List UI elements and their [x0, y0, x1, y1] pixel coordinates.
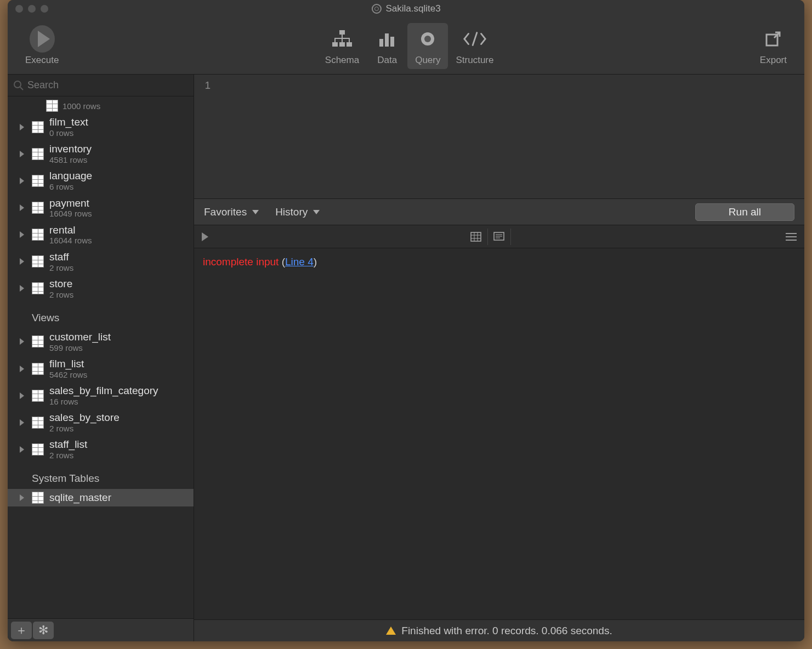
- disclosure-icon[interactable]: [20, 494, 24, 501]
- line-gutter: 1: [194, 75, 216, 198]
- toolbar: Execute Schema Data Query: [8, 18, 804, 75]
- chevron-down-icon: [313, 210, 320, 214]
- view-row[interactable]: staff_list2 rows: [8, 436, 194, 463]
- window-title-wrap: Sakila.sqlite3: [371, 3, 440, 14]
- export-icon: [760, 26, 786, 52]
- svg-rect-1: [332, 42, 338, 47]
- warning-icon: [386, 627, 396, 635]
- run-query-button[interactable]: [202, 232, 208, 241]
- gear-icon: ✻: [38, 623, 48, 637]
- schema-icon: [330, 26, 355, 52]
- table-row[interactable]: 1000 rows: [8, 99, 194, 113]
- sidebar: 1000 rows film_text0 rows inventory4581 …: [8, 75, 194, 641]
- bar-chart-icon: [374, 26, 400, 52]
- data-tab[interactable]: Data: [367, 23, 407, 69]
- view-row[interactable]: sales_by_store2 rows: [8, 409, 194, 436]
- svg-rect-5: [385, 33, 389, 47]
- table-icon: [32, 255, 44, 267]
- table-icon: [32, 175, 44, 187]
- table-icon: [32, 282, 44, 294]
- sql-editor[interactable]: 1: [194, 75, 804, 199]
- schema-tab[interactable]: Schema: [317, 23, 367, 69]
- table-row[interactable]: film_text0 rows: [8, 113, 194, 140]
- grid-icon: [470, 232, 481, 242]
- table-row[interactable]: inventory4581 rows: [8, 140, 194, 167]
- close-window[interactable]: [15, 5, 23, 13]
- structure-tab[interactable]: Structure: [448, 23, 501, 69]
- content: 1000 rows film_text0 rows inventory4581 …: [8, 75, 804, 641]
- table-icon: [32, 121, 44, 133]
- db-file-icon: [371, 4, 381, 14]
- results-pane: incomplete input (Line 4): [194, 248, 804, 619]
- query-icon: [415, 26, 440, 52]
- add-button[interactable]: ＋: [11, 622, 32, 639]
- view-row[interactable]: sales_by_film_category16 rows: [8, 382, 194, 409]
- disclosure-icon[interactable]: [20, 285, 24, 292]
- disclosure-icon[interactable]: [20, 178, 24, 184]
- zoom-window[interactable]: [41, 5, 48, 13]
- search-input[interactable]: [27, 79, 188, 91]
- table-icon: [32, 363, 44, 375]
- result-toolbar: [194, 225, 804, 248]
- app-window: Sakila.sqlite3 Execute Schema Data: [8, 0, 804, 641]
- svg-rect-3: [347, 42, 352, 47]
- run-all-button[interactable]: Run all: [695, 203, 794, 221]
- text-icon: [493, 232, 504, 242]
- export-button[interactable]: Export: [752, 23, 794, 69]
- settings-button[interactable]: ✻: [33, 622, 54, 639]
- error-line-link[interactable]: Line 4: [285, 256, 314, 267]
- search-icon: [13, 80, 24, 91]
- disclosure-icon[interactable]: [20, 392, 24, 399]
- table-row[interactable]: payment16049 rows: [8, 195, 194, 221]
- table-row[interactable]: store2 rows: [8, 275, 194, 302]
- disclosure-icon[interactable]: [20, 419, 24, 426]
- view-row[interactable]: customer_list599 rows: [8, 328, 194, 355]
- svg-rect-0: [339, 30, 345, 35]
- svg-point-8: [424, 36, 431, 42]
- disclosure-icon[interactable]: [20, 151, 24, 157]
- history-dropdown[interactable]: History: [275, 206, 320, 218]
- query-tab[interactable]: Query: [407, 23, 448, 69]
- table-icon: [32, 443, 44, 456]
- window-title: Sakila.sqlite3: [385, 3, 440, 14]
- svg-rect-6: [390, 37, 394, 47]
- disclosure-icon[interactable]: [20, 204, 24, 211]
- status-text: Finished with error. 0 records. 0.066 se…: [401, 625, 612, 637]
- table-icon: [32, 492, 44, 504]
- mid-toolbar: Favorites History Run all: [194, 199, 804, 225]
- table-row[interactable]: staff2 rows: [8, 248, 194, 275]
- disclosure-icon[interactable]: [20, 366, 24, 372]
- system-table-row[interactable]: sqlite_master: [8, 489, 194, 506]
- system-tables-header: System Tables: [8, 463, 194, 489]
- svg-line-11: [20, 87, 23, 90]
- search-row: [8, 75, 194, 96]
- table-row[interactable]: rental16044 rows: [8, 221, 194, 248]
- text-view-button[interactable]: [488, 229, 511, 245]
- disclosure-icon[interactable]: [20, 446, 24, 453]
- svg-rect-12: [471, 232, 481, 241]
- table-icon: [32, 229, 44, 241]
- titlebar: Sakila.sqlite3: [8, 0, 804, 18]
- error-message: incomplete input (Line 4): [203, 256, 796, 268]
- table-icon: [32, 335, 44, 348]
- disclosure-icon[interactable]: [20, 338, 24, 345]
- table-icon: [32, 390, 44, 402]
- grid-view-button[interactable]: [465, 229, 488, 245]
- menu-button[interactable]: [786, 233, 797, 241]
- minimize-window[interactable]: [28, 5, 36, 13]
- view-row[interactable]: film_list5462 rows: [8, 355, 194, 382]
- table-row[interactable]: language6 rows: [8, 167, 194, 194]
- disclosure-icon[interactable]: [20, 124, 24, 130]
- main-area: 1 Favorites History Run all incomp: [194, 75, 804, 641]
- code-icon: [462, 26, 487, 52]
- disclosure-icon[interactable]: [20, 231, 24, 238]
- status-bar: Finished with error. 0 records. 0.066 se…: [194, 619, 804, 641]
- divider: [511, 229, 534, 245]
- table-icon: [32, 417, 44, 429]
- favorites-dropdown[interactable]: Favorites: [204, 206, 259, 218]
- disclosure-icon[interactable]: [20, 258, 24, 265]
- execute-button[interactable]: Execute: [18, 23, 66, 69]
- editor-body[interactable]: [216, 75, 804, 198]
- table-icon: [32, 148, 44, 160]
- tree[interactable]: 1000 rows film_text0 rows inventory4581 …: [8, 96, 194, 618]
